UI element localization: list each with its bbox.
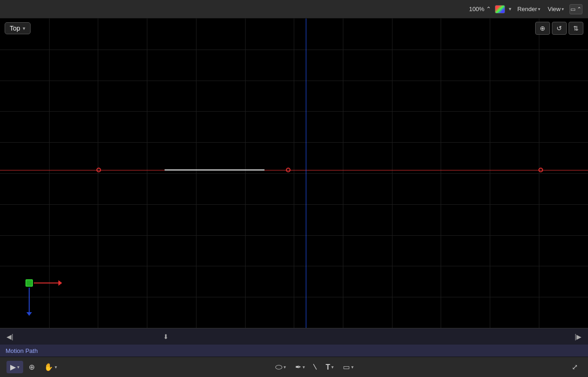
view-dropdown[interactable]: View ▾	[546, 5, 566, 13]
play-chevron: ▾	[17, 364, 19, 370]
view-label: View	[548, 6, 561, 13]
pen-tool-group: ✒ ▾	[291, 361, 309, 373]
expand-btn[interactable]: ⤢	[568, 361, 582, 373]
hand-icon: ✋	[44, 363, 53, 371]
move-icon: ⊕	[540, 25, 545, 32]
ellipse-chevron: ▾	[284, 364, 286, 370]
motion-path-line	[0, 170, 588, 170]
hand-chevron: ▾	[55, 364, 57, 370]
motion-path-bar: Motion Path	[0, 345, 588, 357]
pen-chevron: ▾	[303, 364, 305, 370]
grid-h-7	[0, 235, 588, 236]
viewport-move-icon-btn[interactable]: ⊕	[535, 22, 550, 35]
expand-icon: ⤢	[572, 363, 578, 371]
brush-icon: /	[311, 363, 319, 371]
view-label-chevron: ▾	[23, 25, 25, 31]
text-btn[interactable]: T ▾	[322, 361, 338, 373]
view-toggle-btn[interactable]: ▭ ⌃	[569, 4, 582, 14]
rect-icon: ▭	[343, 363, 350, 371]
grid-h-4	[0, 142, 588, 143]
play-btn[interactable]: ▶ ▾	[6, 361, 23, 373]
rect-btn[interactable]: ▭ ▾	[339, 361, 357, 373]
timeline-end-btn[interactable]: |▶	[573, 332, 583, 341]
zoom-control: 100% ⌃	[469, 6, 491, 13]
grid-h-2	[0, 81, 588, 81]
play-tool-group: ▶ ▾	[6, 361, 23, 373]
ellipse-btn[interactable]: ⬭ ▾	[272, 360, 290, 374]
view-label-button[interactable]: Top ▾	[5, 22, 31, 34]
view-chevron-icon: ▾	[562, 6, 564, 12]
hand-btn[interactable]: ✋ ▾	[40, 361, 61, 373]
grid-h-8	[0, 266, 588, 266]
motion-path-label: Motion Path	[6, 347, 38, 354]
pen-icon: ✒	[295, 363, 301, 371]
viewport-icon-group: ⊕ ↺ ⇅	[535, 22, 583, 35]
grid-h-5	[0, 173, 588, 174]
timeline-bar: ◀| ⬇ |▶	[0, 328, 588, 345]
color-dropdown-chevron[interactable]: ▾	[509, 6, 512, 12]
grid-h-9	[0, 297, 588, 297]
grid-h-1	[0, 50, 588, 50]
text-tool-group: T ▾	[322, 361, 338, 373]
text-icon: T	[326, 363, 330, 371]
rotate-icon: ↺	[556, 25, 562, 32]
viewport-topbar: Top ▾ ⊕ ↺ ⇅	[0, 19, 588, 38]
ellipse-tool-group: ⬭ ▾	[272, 360, 290, 374]
rect-tool-group: ▭ ▾	[339, 361, 357, 373]
ellipse-icon: ⬭	[275, 362, 282, 372]
grid-h-3	[0, 111, 588, 112]
play-icon: ▶	[10, 363, 16, 371]
path-dot-2[interactable]	[286, 168, 291, 172]
white-segment	[164, 170, 265, 170]
render-dropdown[interactable]: Render ▾	[515, 5, 542, 13]
settings-icon: ⇅	[573, 25, 579, 32]
viewport-rotate-icon-btn[interactable]: ↺	[552, 22, 567, 35]
render-chevron-icon: ▾	[538, 6, 540, 12]
color-swatch[interactable]	[495, 5, 505, 13]
bottom-toolbar: ▶ ▾ ⊕ ✋ ▾ ⬭ ▾ ✒ ▾ / T ▾ ▭	[0, 357, 588, 377]
viewport: Top ▾ ⊕ ↺ ⇅	[0, 19, 588, 328]
view-toggle-icon: ▭ ⌃	[570, 6, 582, 13]
timeline-marker: ⬇	[163, 333, 169, 340]
top-toolbar: 100% ⌃ ▾ Render ▾ View ▾ ▭ ⌃	[0, 0, 588, 19]
path-dot-3[interactable]	[538, 168, 543, 172]
zoom-value: 100%	[469, 6, 484, 13]
gizmo-y-axis	[29, 288, 30, 313]
rect-chevron: ▾	[351, 364, 354, 370]
gizmo-x-axis	[34, 283, 59, 283]
text-chevron: ▾	[331, 364, 334, 370]
render-label: Render	[517, 6, 537, 13]
path-dot-1[interactable]	[96, 168, 101, 172]
playhead-line	[306, 19, 306, 328]
timeline-track: ⬇	[15, 328, 573, 345]
view-label-text: Top	[10, 25, 20, 32]
hand-tool-group: ✋ ▾	[40, 361, 61, 373]
globe-icon: ⊕	[29, 363, 35, 371]
timeline-start-btn[interactable]: ◀|	[5, 332, 15, 341]
zoom-updown-icon: ⌃	[486, 6, 491, 13]
gizmo-center[interactable]	[25, 279, 33, 287]
viewport-settings-icon-btn[interactable]: ⇅	[569, 22, 583, 35]
brush-btn[interactable]: /	[310, 360, 320, 374]
pen-btn[interactable]: ✒ ▾	[291, 361, 309, 373]
globe-btn[interactable]: ⊕	[25, 361, 38, 373]
grid-h-6	[0, 204, 588, 205]
